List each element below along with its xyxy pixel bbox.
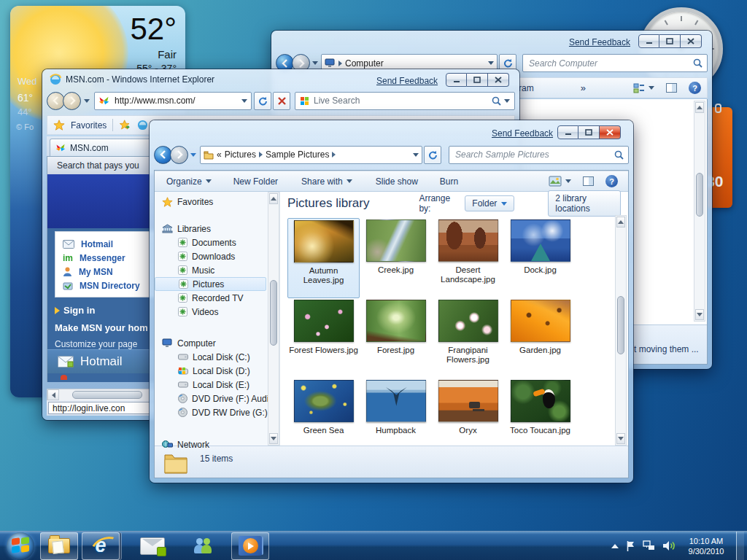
maximize-button[interactable] bbox=[467, 73, 488, 87]
nav-disk-c[interactable]: Local Disk (C:) bbox=[155, 350, 279, 364]
thumbnail-frangipani-flowers[interactable] bbox=[438, 300, 498, 342]
file-oryx[interactable]: Oryx bbox=[432, 378, 504, 446]
nav-pictures[interactable]: Pictures bbox=[155, 277, 266, 291]
suggested-sites-icon[interactable] bbox=[137, 120, 148, 131]
taskbar-clock[interactable]: 10:10 AM 9/30/2010 bbox=[684, 536, 729, 556]
forward-button[interactable] bbox=[63, 92, 81, 110]
file-autumn-leaves[interactable]: Autumn Leaves.jpg bbox=[287, 218, 360, 298]
share-with-button[interactable]: Share with bbox=[295, 174, 358, 190]
file-humpback[interactable]: Humpback bbox=[360, 378, 432, 446]
preview-pane-button[interactable] bbox=[660, 80, 683, 96]
recent-pages-dropdown-icon[interactable] bbox=[190, 153, 196, 157]
action-center-icon[interactable] bbox=[626, 540, 635, 552]
file-dock[interactable]: Dock.jpg bbox=[504, 218, 576, 298]
thumbnail-dock[interactable] bbox=[511, 219, 570, 262]
taskbar-ie-button[interactable]: e bbox=[82, 532, 120, 560]
thumbnail-forest-flowers[interactable] bbox=[294, 300, 354, 342]
scrollbar-thumb[interactable] bbox=[72, 391, 142, 399]
address-dropdown-icon[interactable] bbox=[241, 99, 247, 103]
burn-button[interactable]: Burn bbox=[434, 174, 464, 190]
change-view-button[interactable] bbox=[627, 80, 660, 96]
minimize-button[interactable] bbox=[638, 34, 659, 48]
file-desert-landscape[interactable]: Desert Landscape.jpg bbox=[432, 218, 504, 298]
breadcrumb-computer[interactable]: Computer bbox=[345, 58, 384, 69]
thumbnail-desert-landscape[interactable] bbox=[438, 219, 498, 262]
file-toco-toucan[interactable]: Toco Toucan.jpg bbox=[504, 378, 576, 446]
change-view-button[interactable] bbox=[543, 173, 577, 190]
address-dropdown-icon[interactable] bbox=[413, 153, 419, 157]
maximize-button[interactable] bbox=[578, 125, 600, 139]
library-locations-button[interactable]: 2 library locations bbox=[548, 190, 621, 217]
thumbnail-creek[interactable] bbox=[366, 219, 426, 262]
file-frangipani-flowers[interactable]: Frangipani Flowers.jpg bbox=[432, 298, 504, 378]
close-button[interactable] bbox=[488, 73, 509, 87]
breadcrumb-pictures[interactable]: Pictures bbox=[225, 149, 256, 160]
help-button[interactable]: ? bbox=[683, 79, 707, 97]
thumbnail-humpback[interactable] bbox=[366, 380, 426, 422]
address-bar[interactable] bbox=[94, 92, 252, 110]
nav-music[interactable]: Music bbox=[155, 263, 279, 277]
send-feedback-link[interactable]: Send Feedback bbox=[569, 37, 630, 47]
taskbar-mediaplayer-button[interactable] bbox=[231, 532, 269, 560]
scroll-left-arrow[interactable] bbox=[47, 389, 59, 400]
nav-computer[interactable]: Computer bbox=[155, 336, 279, 350]
refresh-button[interactable] bbox=[254, 92, 271, 110]
content-scrollbar[interactable] bbox=[615, 215, 627, 446]
breadcrumb-separator-icon[interactable] bbox=[332, 152, 336, 158]
scrollbar-thumb[interactable] bbox=[617, 296, 624, 354]
scroll-down-arrow[interactable] bbox=[695, 309, 704, 320]
scroll-up-arrow[interactable] bbox=[695, 102, 704, 113]
nav-recorded-tv[interactable]: Recorded TV bbox=[155, 291, 279, 305]
nav-downloads[interactable]: Downloads bbox=[155, 249, 279, 263]
address-dropdown-icon[interactable] bbox=[488, 61, 494, 65]
file-forest[interactable]: Forest.jpg bbox=[360, 298, 432, 378]
taskbar-mail-button[interactable] bbox=[133, 532, 171, 560]
send-feedback-link[interactable]: Send Feedback bbox=[376, 76, 438, 86]
tab-msn[interactable]: MSN.com bbox=[50, 139, 159, 156]
minimize-button[interactable] bbox=[446, 73, 467, 87]
close-button[interactable] bbox=[681, 34, 702, 48]
pictures-window[interactable]: Send Feedback « Pictures Sample Pictures bbox=[150, 120, 633, 483]
search-icon[interactable] bbox=[614, 150, 624, 160]
search-library-input[interactable] bbox=[454, 149, 611, 160]
preview-pane-button[interactable] bbox=[577, 174, 600, 189]
nav-scrollbar[interactable] bbox=[268, 192, 279, 446]
network-icon[interactable] bbox=[643, 540, 655, 551]
scrollbar-thumb[interactable] bbox=[270, 280, 277, 346]
thumbnail-garden[interactable] bbox=[511, 300, 570, 342]
search-computer-input[interactable] bbox=[527, 58, 690, 69]
start-button[interactable] bbox=[7, 532, 34, 560]
thumbnail-autumn-leaves[interactable] bbox=[294, 220, 354, 262]
search-icon[interactable] bbox=[492, 96, 501, 106]
search-options-dropdown-icon[interactable] bbox=[504, 99, 510, 103]
file-garden[interactable]: Garden.jpg bbox=[504, 298, 576, 378]
organize-button[interactable]: Organize bbox=[160, 174, 217, 190]
slide-show-button[interactable]: Slide show bbox=[370, 174, 424, 190]
search-computer-box[interactable] bbox=[522, 54, 708, 72]
arrange-by-button[interactable]: Folder bbox=[465, 195, 514, 211]
help-button[interactable]: ? bbox=[600, 172, 624, 190]
toolbar-overflow-chevron[interactable]: » bbox=[581, 82, 586, 93]
thumbnail-forest[interactable] bbox=[366, 300, 426, 342]
nav-dvd-f[interactable]: DVD Drive (F:) Audio bbox=[155, 392, 279, 405]
breadcrumb-separator-icon[interactable] bbox=[259, 152, 263, 158]
scrollbar-thumb[interactable] bbox=[696, 173, 703, 217]
search-icon[interactable] bbox=[693, 58, 703, 68]
nav-disk-e[interactable]: Local Disk (E:) bbox=[155, 378, 279, 392]
favorites-button[interactable]: Favorites bbox=[71, 120, 107, 131]
file-creek[interactable]: Creek.jpg bbox=[360, 218, 432, 298]
recent-pages-dropdown-icon[interactable] bbox=[84, 99, 90, 103]
minimize-button[interactable] bbox=[557, 125, 578, 139]
nav-disk-d[interactable]: Local Disk (D:) bbox=[155, 364, 279, 378]
nav-network[interactable]: Network bbox=[155, 438, 279, 451]
file-forest-flowers[interactable]: Forest Flowers.jpg bbox=[287, 298, 360, 378]
refresh-button[interactable] bbox=[424, 146, 441, 164]
new-folder-button[interactable]: New Folder bbox=[228, 174, 284, 190]
taskbar-messenger-button[interactable] bbox=[184, 532, 222, 560]
send-feedback-link[interactable]: Send Feedback bbox=[492, 128, 553, 139]
nav-libraries[interactable]: Libraries bbox=[155, 222, 279, 236]
nav-documents[interactable]: Documents bbox=[155, 236, 279, 249]
address-breadcrumb[interactable]: « Pictures Sample Pictures bbox=[200, 146, 422, 164]
taskbar-explorer-button[interactable] bbox=[40, 532, 78, 560]
thumbnail-oryx[interactable] bbox=[438, 380, 498, 422]
